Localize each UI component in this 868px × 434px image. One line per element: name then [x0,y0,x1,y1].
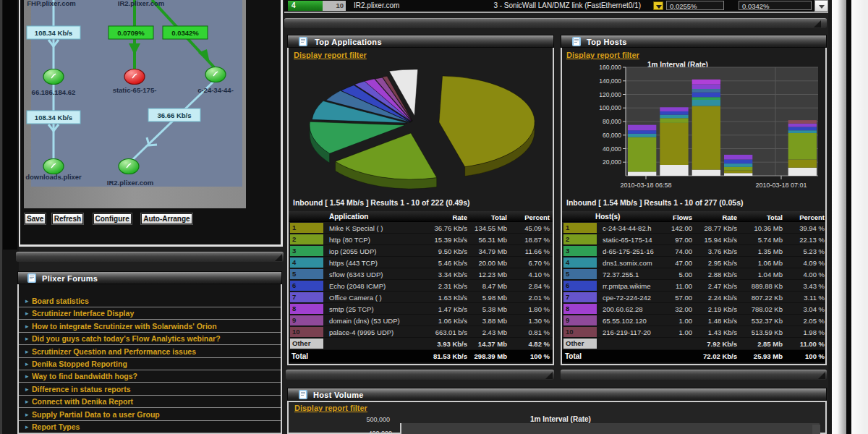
svg-text:2010-03-18 06:58: 2010-03-18 06:58 [620,182,671,189]
svg-text:40,000: 40,000 [603,145,621,153]
svg-text:c-24-34-44-: c-24-34-44- [197,86,234,94]
svg-text:80,000: 80,000 [603,118,621,125]
svg-text:108.34 Kb/s: 108.34 Kb/s [35,29,72,37]
svg-text:FHP.plixer.com: FHP.plixer.com [27,0,75,7]
svg-text:108.34 Kb/s: 108.34 Kb/s [35,114,72,122]
svg-text:160,000: 160,000 [599,64,621,71]
svg-text:20,000: 20,000 [603,158,621,166]
svg-text:2010-03-18 07:01: 2010-03-18 07:01 [755,182,807,189]
svg-text:60,000: 60,000 [603,132,621,139]
svg-text:0.0709%: 0.0709% [117,29,145,37]
svg-text:140,000: 140,000 [599,77,621,85]
svg-text:66.186.184.62: 66.186.184.62 [32,88,76,96]
svg-text:100,000: 100,000 [599,104,621,111]
svg-text:downloads.plixer: downloads.plixer [25,173,82,181]
svg-text:120,000: 120,000 [599,91,621,98]
svg-text:0.0342%: 0.0342% [171,29,199,37]
svg-text:36.66 Kb/s: 36.66 Kb/s [158,111,192,119]
svg-text:static-65-175-: static-65-175- [113,86,157,94]
svg-text:IR2.plixer.com: IR2.plixer.com [107,179,153,187]
svg-text:IR2.plixer.com: IR2.plixer.com [118,0,164,7]
